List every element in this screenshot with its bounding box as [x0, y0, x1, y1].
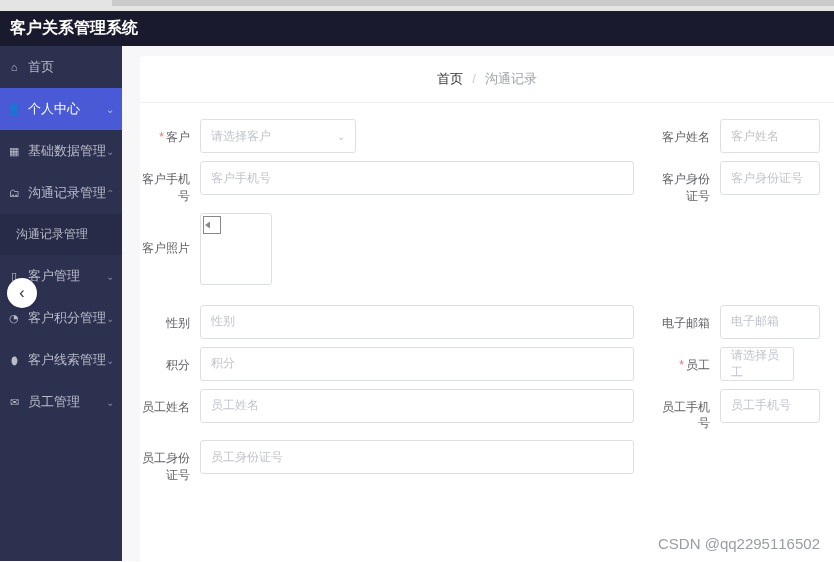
chevron-left-icon: ‹	[19, 284, 24, 302]
sidebar-item-commlog-sub[interactable]: 沟通记录管理	[0, 214, 122, 255]
broken-image-icon	[203, 216, 221, 234]
gender-label: 性别	[140, 305, 200, 332]
cust-id-input[interactable]: 客户身份证号	[720, 161, 820, 195]
chevron-down-icon: ⌄	[337, 131, 345, 142]
emp-select[interactable]: 请选择员工	[720, 347, 794, 381]
content-area: 首页 / 沟通记录 *客户 请选择客户⌄ 客户姓名 客户姓名 客户手机号 客户手…	[122, 46, 834, 561]
gender-input[interactable]: 性别	[200, 305, 634, 339]
cust-name-label: 客户姓名	[660, 119, 720, 146]
sidebar-item-label: 客户积分管理	[28, 309, 106, 327]
app-title: 客户关系管理系统	[0, 11, 834, 46]
chevron-down-icon: ⌄	[106, 146, 114, 157]
emp-name-label: 员工姓名	[140, 389, 200, 416]
sidebar-item-label: 沟通记录管理	[28, 184, 106, 202]
email-label: 电子邮箱	[660, 305, 720, 332]
chevron-down-icon: ⌄	[106, 313, 114, 324]
sidebar-item-personal[interactable]: 👤 个人中心 ⌄	[0, 88, 122, 130]
emp-name-input[interactable]: 员工姓名	[200, 389, 634, 423]
points-label: 积分	[140, 347, 200, 374]
sidebar-item-label: 客户线索管理	[28, 351, 106, 369]
breadcrumb-current: 沟通记录	[485, 71, 537, 86]
folder-icon: 🗂	[8, 187, 20, 199]
sidebar-item-label: 基础数据管理	[28, 142, 106, 160]
chevron-down-icon: ⌄	[106, 397, 114, 408]
sidebar-item-label: 员工管理	[28, 393, 80, 411]
cust-photo-label: 客户照片	[140, 240, 200, 257]
emp-phone-label: 员工手机号	[660, 389, 720, 433]
grid-icon: ▦	[8, 145, 20, 157]
sidebar-item-label: 客户管理	[28, 267, 80, 285]
breadcrumb-home[interactable]: 首页	[437, 71, 463, 86]
sidebar-collapse-button[interactable]: ‹	[7, 278, 37, 308]
cust-id-label: 客户身份证号	[660, 161, 720, 205]
sidebar-item-label: 首页	[28, 58, 54, 76]
customer-select[interactable]: 请选择客户⌄	[200, 119, 356, 153]
sidebar-item-label: 个人中心	[28, 100, 80, 118]
chevron-down-icon: ⌄	[106, 271, 114, 282]
emp-label: *员工	[660, 347, 720, 374]
chart-icon: ◔	[8, 312, 20, 324]
breadcrumb-sep: /	[472, 71, 476, 86]
form: *客户 请选择客户⌄ 客户姓名 客户姓名 客户手机号 客户手机号 客户身份证号 …	[140, 103, 834, 561]
email-input[interactable]: 电子邮箱	[720, 305, 820, 339]
chevron-up-icon: ⌃	[106, 188, 114, 199]
watermark: CSDN @qq2295116502	[658, 535, 820, 552]
sidebar-item-home[interactable]: ⌂ 首页	[0, 46, 122, 88]
emp-phone-input[interactable]: 员工手机号	[720, 389, 820, 423]
cust-phone-label: 客户手机号	[140, 161, 200, 205]
sidebar-item-leads[interactable]: ⬮ 客户线索管理 ⌄	[0, 339, 122, 381]
window-top-bar	[0, 0, 834, 11]
customer-label: *客户	[140, 119, 200, 146]
sidebar-item-basicdata[interactable]: ▦ 基础数据管理 ⌄	[0, 130, 122, 172]
emp-id-label: 员工身份证号	[140, 440, 200, 484]
sidebar-item-staff[interactable]: ✉ 员工管理 ⌄	[0, 381, 122, 423]
user-icon: 👤	[8, 103, 20, 115]
breadcrumb: 首页 / 沟通记录	[140, 56, 834, 103]
sidebar-item-label: 沟通记录管理	[16, 226, 88, 243]
cust-phone-input[interactable]: 客户手机号	[200, 161, 634, 195]
chevron-down-icon: ⌄	[106, 355, 114, 366]
sidebar-item-commlog[interactable]: 🗂 沟通记录管理 ⌃	[0, 172, 122, 214]
home-icon: ⌂	[8, 61, 20, 73]
cust-photo-upload[interactable]	[200, 213, 272, 285]
bulb-icon: ⬮	[8, 354, 20, 366]
mail-icon: ✉	[8, 396, 20, 408]
emp-id-input[interactable]: 员工身份证号	[200, 440, 634, 474]
points-input[interactable]: 积分	[200, 347, 634, 381]
cust-name-input[interactable]: 客户姓名	[720, 119, 820, 153]
chevron-down-icon: ⌄	[106, 104, 114, 115]
